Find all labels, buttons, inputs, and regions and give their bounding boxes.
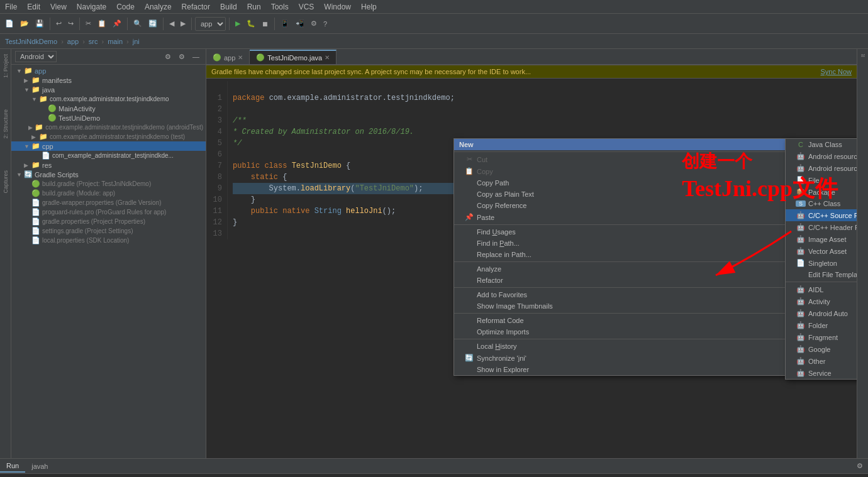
menu-run[interactable]: Run — [242, 1, 266, 13]
path-item-4[interactable]: main — [108, 38, 123, 45]
tree-item-java[interactable]: ▼ 📁 java — [11, 85, 206, 94]
tree-item-settings-gradle[interactable]: 📄 settings.gradle (Project Settings) — [11, 226, 206, 236]
gradle-sync-link[interactable]: Sync Now — [820, 68, 852, 75]
sm-image-asset-label: Image Asset — [808, 236, 847, 243]
menu-help[interactable]: Help — [356, 1, 382, 13]
sm-service[interactable]: 🤖 Service ▶ — [786, 367, 857, 379]
tree-item-gradle-scripts[interactable]: ▼ 🔄 Gradle Scripts — [11, 170, 206, 179]
toolbar-replace[interactable]: 🔄 — [146, 18, 160, 29]
project-view-dropdown[interactable]: Android — [15, 51, 57, 62]
sm-package[interactable]: 📦 Package — [786, 186, 857, 198]
tree-item-res[interactable]: ▶ 📁 res — [11, 160, 206, 170]
toolbar-settings[interactable]: ⚙ — [308, 18, 320, 29]
tree-item-testunidemo[interactable]: 🟢 TestUniDemo — [11, 113, 206, 123]
toolbar-find[interactable]: 🔍 — [131, 18, 145, 29]
sm-file[interactable]: 📄 File — [786, 174, 857, 186]
menu-file[interactable]: File — [0, 1, 22, 13]
sm-android-auto[interactable]: 🤖 Android Auto ▶ — [786, 307, 857, 319]
menu-refactor[interactable]: Refactor — [177, 1, 215, 13]
project-gear-btn[interactable]: ⚙ — [176, 52, 187, 62]
side-project-btn[interactable]: 1: Project — [1, 52, 10, 80]
side-structure-btn[interactable]: 2: Structure — [1, 107, 10, 141]
sm-android-resource-file[interactable]: 🤖 Android resource file — [786, 150, 857, 162]
bottom-tab-javah[interactable]: javah — [25, 461, 54, 472]
tree-item-manifests[interactable]: ▶ 📁 manifests — [11, 75, 206, 85]
menu-window[interactable]: Window — [319, 1, 356, 13]
sm-java-class[interactable]: C Java Class — [786, 139, 857, 150]
menu-build[interactable]: Build — [215, 1, 242, 13]
menu-analyze[interactable]: Analyze — [140, 1, 177, 13]
tree-item-mainactivity[interactable]: 🟢 MainActivity — [11, 104, 206, 113]
menu-navigate[interactable]: Navigate — [72, 1, 111, 13]
menu-code[interactable]: Code — [111, 1, 140, 13]
run-button[interactable]: ▶ — [233, 18, 243, 29]
path-item-2[interactable]: app — [67, 38, 79, 45]
sm-fragment[interactable]: 🤖 Fragment ▶ — [786, 331, 857, 343]
sm-other[interactable]: 🤖 Other ▶ — [786, 355, 857, 367]
sm-file-left: 📄 File — [796, 176, 820, 184]
menu-tools[interactable]: Tools — [266, 1, 294, 13]
bottom-settings-btn[interactable]: ⚙ — [854, 461, 865, 471]
sm-android-resource-dir[interactable]: 🤖 Android resource directory — [786, 162, 857, 174]
editor-tab-testjnidemo[interactable]: 🟢 TestJniDemo.java ✕ — [250, 50, 337, 64]
toolbar-avd[interactable]: 📲 — [293, 18, 307, 29]
tree-item-proguard[interactable]: 📄 proguard-rules.pro (ProGuard Rules for… — [11, 207, 206, 217]
tree-item-pkg-androidtest[interactable]: ▶ 📁 com.example.administrator.testjnindk… — [11, 123, 206, 132]
toolbar-help[interactable]: ? — [321, 19, 330, 29]
toolbar-undo[interactable]: ↩ — [53, 18, 64, 29]
sm-edit-templates[interactable]: Edit File Templates... — [786, 269, 857, 280]
sm-singleton-icon: 📄 — [796, 259, 806, 267]
code-line-9: System.loadLibrary("TestJniDemo"); — [233, 183, 455, 194]
path-item-1[interactable]: TestJniNdkDemo — [5, 38, 57, 45]
tree-item-cpp-file[interactable]: 📄 com_example_administrator_testjnindkde… — [11, 151, 206, 160]
toolbar-back[interactable]: ◀ — [167, 18, 177, 29]
sm-cpp-class[interactable]: S C++ Class — [786, 198, 857, 209]
tree-item-local-properties[interactable]: 📄 local.properties (SDK Location) — [11, 236, 206, 245]
sm-singleton[interactable]: 📄 Singleton — [786, 257, 857, 269]
toolbar-open[interactable]: 📂 — [18, 18, 31, 29]
tree-item-gradle-wrapper[interactable]: 📄 gradle-wrapper.properties (Gradle Vers… — [11, 198, 206, 207]
project-collapse-btn[interactable]: — — [190, 52, 202, 62]
sm-google[interactable]: 🤖 Google ▶ — [786, 343, 857, 355]
stop-button[interactable]: ⏹ — [259, 19, 271, 29]
sm-aidl[interactable]: 🤖 AIDL ▶ — [786, 283, 857, 295]
sm-vector-asset[interactable]: 🤖 Vector Asset — [786, 245, 857, 257]
sm-cpp-header[interactable]: 🤖 C/C++ Header File — [786, 221, 857, 233]
tree-item-cpp[interactable]: ▼ 📁 cpp — [11, 141, 206, 151]
bottom-tab-run[interactable]: Run — [0, 460, 25, 473]
editor-tab-app[interactable]: 🟢 app ✕ — [206, 51, 250, 64]
project-sync-btn[interactable]: ⚙ — [162, 52, 174, 62]
menu-vcs[interactable]: VCS — [294, 1, 320, 13]
toolbar-copy[interactable]: 📋 — [95, 18, 109, 29]
sm-folder[interactable]: 🤖 Folder ▶ — [786, 319, 857, 331]
tree-item-build-gradle-proj[interactable]: 🟢 build.gradle (Project: TestJniNdkDemo) — [11, 179, 206, 189]
sm-cpp-source[interactable]: 🤖 C/C++ Source File — [786, 209, 857, 221]
tab-close-app[interactable]: ✕ — [238, 54, 243, 61]
toolbar-forward[interactable]: ▶ — [178, 18, 188, 29]
sm-android-resource-file-left: 🤖 Android resource file — [796, 152, 857, 160]
toolbar-save[interactable]: 💾 — [33, 18, 47, 29]
menu-edit[interactable]: Edit — [22, 1, 45, 13]
path-item-5[interactable]: jni — [133, 38, 140, 45]
sm-activity[interactable]: 🤖 Activity ▶ — [786, 295, 857, 307]
tree-item-pkg-test[interactable]: ▶ 📁 com.example.administrator.testjnindk… — [11, 132, 206, 141]
toolbar-cut[interactable]: ✂ — [83, 18, 94, 29]
debug-button[interactable]: 🐛 — [244, 18, 258, 29]
toolbar-config-dropdown[interactable]: app — [195, 17, 226, 31]
tree-item-app[interactable]: ▼ 📁 app — [11, 66, 206, 75]
tree-item-pkg-main[interactable]: ▼ 📁 com.example.administrator.testjnindk… — [11, 94, 206, 104]
line-num-10: 9 — [209, 183, 222, 194]
path-item-3[interactable]: src — [89, 38, 98, 45]
menu-view[interactable]: View — [45, 1, 72, 13]
toolbar-sdk[interactable]: 📱 — [278, 18, 292, 29]
side-captures-btn[interactable]: Captures — [1, 168, 10, 196]
tree-item-build-gradle-app[interactable]: 🟢 build.gradle (Module: app) — [11, 189, 206, 198]
sm-image-asset[interactable]: 🤖 Image Asset — [786, 233, 857, 245]
tab-close-testjnidemo[interactable]: ✕ — [325, 54, 330, 61]
tree-item-gradle-properties[interactable]: 📄 gradle.properties (Project Properties) — [11, 217, 206, 226]
line-num-12: 11 — [209, 206, 222, 217]
toolbar-redo[interactable]: ↪ — [65, 18, 76, 29]
toolbar-new[interactable]: 📄 — [3, 18, 16, 29]
toolbar-paste[interactable]: 📌 — [110, 18, 124, 29]
side-right-btn-1[interactable]: It — [859, 52, 867, 60]
